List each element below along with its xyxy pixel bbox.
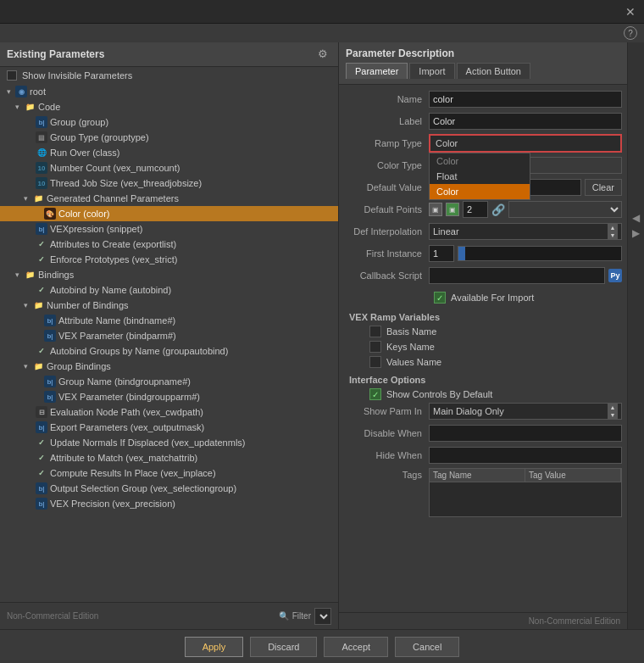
label-input[interactable] [429,113,622,130]
tree-icon-root: ◉ [15,86,27,98]
tree-item-exportparms[interactable]: b| Export Parameters (vex_outputmask) [0,420,338,435]
ramp-popup-float[interactable]: Float [430,169,530,184]
tags-body[interactable] [430,482,621,516]
help-icon[interactable]: ? [624,26,637,40]
ramp-popup-color1[interactable]: Color [430,153,530,169]
tree-label-autobind: Autobind by Name (autobind) [50,285,171,295]
tree-item-vexprecision[interactable]: b| VEX Precision (vex_precision) [0,496,338,511]
tree-item-numofbindings[interactable]: ▾ 📁 Number of Bindings [0,298,338,313]
tree-item-evalnode[interactable]: ⊟ Evaluation Node Path (vex_cwdpath) [0,404,338,420]
apply-button[interactable]: Apply [185,637,244,657]
filter-container: 🔍 Filter [279,608,331,625]
values-name-label: Values Name [386,357,441,367]
default-points-input[interactable] [463,201,488,218]
def-interpolation-down[interactable]: ▼ [608,231,618,239]
tree-item-updatenormals[interactable]: ✓ Update Normals If Displaced (vex_updat… [0,435,338,450]
first-instance-slider-container [429,245,622,262]
left-footer: Non-Commercial Edition 🔍 Filter [0,602,338,629]
tab-import[interactable]: Import [409,63,454,79]
dp-icon1[interactable]: ▣ [429,203,442,216]
tags-control: Tag Name Tag Value [429,468,622,517]
def-interpolation-control: Linear ▲ ▼ [429,223,622,240]
ramp-type-dropdown[interactable]: Color [429,134,622,153]
tree-label-outputsel: Output Selection Group (vex_selectiongro… [50,483,236,493]
values-name-checkbox[interactable] [369,356,381,368]
default-points-row: Default Points ▣ ▣ 🔗 [344,200,622,219]
show-parm-in-dropdown[interactable]: Main Dialog Only ▲ ▼ [429,403,622,420]
tree-item-vexpress[interactable]: b| VEXpression (snippet) [0,221,338,237]
show-parm-in-arrows: ▲ ▼ [608,404,618,419]
filter-label: Filter [292,611,311,621]
side-handle: ◀ ▶ [627,42,644,629]
tree-item-groupvex[interactable]: b| VEX Parameter (bindgroupparm#) [0,389,338,404]
tree-label-groupname: Group Name (bindgroupname#) [58,376,191,387]
tree-item-group[interactable]: b| Group (group) [0,114,338,130]
def-interpolation-arrows: ▲ ▼ [608,224,618,239]
tree-item-generated[interactable]: ▾ 📁 Generated Channel Parameters [0,191,338,206]
gear-icon[interactable]: ⚙ [318,47,331,61]
tree-item-computeplace[interactable]: ✓ Compute Results In Place (vex_inplace) [0,465,338,481]
tree-label-exportparms: Export Parameters (vex_outputmask) [50,422,204,432]
available-for-import-checkbox[interactable]: ✓ [434,292,446,304]
tree-item-autobind[interactable]: ✓ Autobind by Name (autobind) [0,282,338,298]
tree-icon-exportparms: b| [36,421,47,433]
tree-icon-groupbindings: 📁 [32,360,44,372]
basis-name-checkbox[interactable] [369,326,381,337]
tree-item-bindings[interactable]: ▾ 📁 Bindings [0,267,338,282]
disable-when-input[interactable] [429,425,622,442]
tab-parameter[interactable]: Parameter [346,63,408,79]
default-points-dropdown[interactable] [508,201,622,218]
tree-item-groupbindings[interactable]: ▾ 📁 Group Bindings [0,359,338,374]
tree-item-outputsel[interactable]: b| Output Selection Group (vex_selection… [0,481,338,496]
tree-item-numcount[interactable]: 10 Number Count (vex_numcount) [0,160,338,176]
clear-button[interactable]: Clear [585,179,622,196]
show-parm-in-label: Show Parm In [344,406,429,416]
dp-icon2[interactable]: ▣ [446,203,459,216]
tree-item-attrscreate[interactable]: ✓ Attributes to Create (exportlist) [0,237,338,252]
tree-label-attrscreate: Attributes to Create (exportlist) [50,239,176,249]
tree-item-threadjob[interactable]: 10 Thread Job Size (vex_threadjobsize) [0,176,338,191]
tree-icon-vexprecision: b| [36,498,47,510]
def-interpolation-spinner[interactable]: Linear ▲ ▼ [429,223,622,240]
tree-item-groupname[interactable]: b| Group Name (bindgroupname#) [0,374,338,389]
tree-item-autobindgroups[interactable]: ✓ Autobind Groups by Name (groupautobind… [0,343,338,359]
tab-action-button[interactable]: Action Button [457,63,530,79]
handle-arrow-right[interactable]: ▶ [632,227,640,239]
ramp-popup-color2[interactable]: Color [430,184,530,199]
cancel-button[interactable]: Cancel [395,637,459,657]
tree-label-updatenormals: Update Normals If Displaced (vex_updaten… [50,437,246,448]
discard-button[interactable]: Discard [250,637,317,657]
tree-item-attrname[interactable]: b| Attribute Name (bindname#) [0,313,338,328]
tree-item-runover[interactable]: 🌐 Run Over (class) [0,145,338,160]
tree-icon-numcount: 10 [36,162,47,174]
title-bar: ✕ [0,0,644,24]
tree-item-code[interactable]: ▾ 📁 Code [0,99,338,114]
first-instance-slider[interactable] [458,246,622,261]
hide-when-input[interactable] [429,447,622,464]
tree-item-color[interactable]: 🎨 Color (color) [0,206,338,221]
name-input[interactable] [429,91,622,108]
filter-dropdown[interactable] [314,608,331,625]
link-icon[interactable]: 🔗 [491,203,505,216]
def-interpolation-row: Def Interpolation Linear ▲ ▼ [344,222,622,241]
accept-button[interactable]: Accept [324,637,388,657]
callback-script-input[interactable] [429,267,605,284]
tree-item-attrmatch[interactable]: ✓ Attribute to Match (vex_matchattrib) [0,450,338,465]
show-invisible-checkbox[interactable] [7,70,17,81]
tree-item-root[interactable]: ▾ ◉ root [0,84,338,99]
tree-label-vexprecision: VEX Precision (vex_precision) [50,499,175,509]
tree-item-enforce[interactable]: ✓ Enforce Prototypes (vex_strict) [0,252,338,267]
tree-item-grouptype[interactable]: ▤ Group Type (grouptype) [0,130,338,145]
show-controls-checkbox[interactable]: ✓ [369,388,381,400]
show-parm-in-up[interactable]: ▲ [608,404,618,411]
first-instance-label: First Instance [344,248,429,259]
def-interpolation-up[interactable]: ▲ [608,224,618,231]
first-instance-input[interactable] [429,245,454,262]
keys-name-checkbox[interactable] [369,341,381,353]
show-parm-in-down[interactable]: ▼ [608,411,618,419]
python-icon[interactable]: Py [608,269,622,282]
handle-arrow-left[interactable]: ◀ [632,212,640,224]
hide-when-control [429,447,622,464]
tree-item-vexparm[interactable]: b| VEX Parameter (bindparm#) [0,328,338,343]
close-button[interactable]: ✕ [624,5,637,19]
